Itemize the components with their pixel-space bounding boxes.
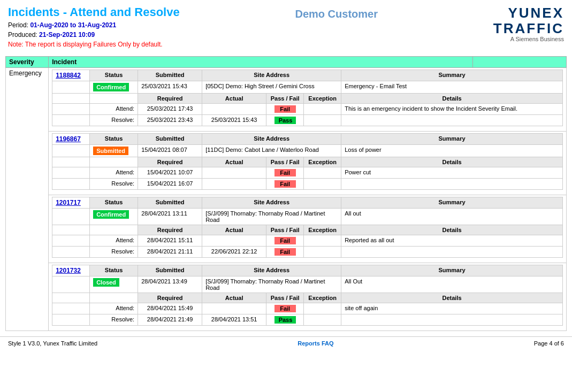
summary-col-header: Summary [341, 197, 563, 209]
spacer-row [52, 126, 563, 130]
produced-value: 21-Sep-2021 10:09 [39, 31, 95, 39]
incident-sub-cell: 1201717StatusSubmittedSite AddressSummar… [49, 195, 567, 263]
resolve-pass-fail: Pass [266, 115, 304, 126]
detail-col-details: Details [341, 157, 563, 167]
status-badge: Closed [93, 278, 119, 287]
details-col-header-row: RequiredActualPass / FailExceptionDetail… [52, 293, 563, 303]
status-cell: Closed [90, 276, 138, 293]
detail-col-actual: Actual [202, 157, 266, 167]
attend-label: Attend: [90, 235, 138, 247]
attend-pass-fail: Fail [266, 235, 304, 247]
resolve-details [341, 247, 563, 258]
spacer-row [52, 258, 563, 262]
detail-col-actual: Actual [202, 94, 266, 104]
submitted-col-header: Submitted [138, 134, 202, 145]
resolve-actual: 28/04/2021 13:51 [202, 314, 266, 326]
incident-id-cell: 1196867 [52, 134, 90, 145]
incident-id-cell: 1201732 [52, 265, 90, 276]
incident-sub-cell: 1201732StatusSubmittedSite AddressSummar… [49, 263, 567, 331]
incident-sub-table: 1196867StatusSubmittedSite AddressSummar… [52, 133, 563, 193]
empty-cell [52, 145, 90, 157]
resolve-required: 28/04/2021 21:49 [138, 314, 202, 326]
resolve-exception [304, 115, 341, 126]
attend-details: site off again [341, 303, 563, 314]
resolve-actual [202, 179, 266, 190]
sub-header: 1188842StatusSubmittedSite AddressSummar… [52, 70, 563, 81]
details-col-header-row: RequiredActualPass / FailExceptionDetail… [52, 94, 563, 104]
detail-col-exception: Exception [304, 94, 341, 104]
attend-required: 15/04/2021 10:07 [138, 167, 202, 179]
resolve-exception [304, 314, 341, 326]
summary-value: Emergency - Email Test [341, 81, 563, 94]
attend-pass-fail: Fail [266, 167, 304, 179]
site-address-value: [S/J/099] Thornaby: Thornaby Road / Mart… [202, 276, 341, 293]
sub-header: 1201717StatusSubmittedSite AddressSummar… [52, 197, 563, 209]
detail-col-exception: Exception [304, 225, 341, 235]
attend-details: This is an emergency incident to show th… [341, 104, 563, 115]
summary-value: Loss of power [341, 145, 563, 157]
site-address-value: [05DC] Demo: High Street / Gemini Cross [202, 81, 341, 94]
sub-header: 1196867StatusSubmittedSite AddressSummar… [52, 134, 563, 145]
detail-col-exception: Exception [304, 157, 341, 167]
attend-label: Attend: [90, 303, 138, 314]
pass-fail-badge: Fail [274, 237, 296, 244]
resolve-actual: 25/03/2021 15:43 [202, 115, 266, 126]
summary-col-header: Summary [341, 265, 563, 276]
attend-pass-fail: Fail [266, 303, 304, 314]
detail-col-details: Details [341, 225, 563, 235]
table-header-row: Severity Incident [6, 57, 567, 68]
period-info: Period: 01-Aug-2020 to 31-Aug-2021 [8, 21, 180, 29]
severity-label: Emergency [6, 68, 49, 331]
resolve-exception [304, 179, 341, 190]
summary-col-header: Summary [341, 70, 563, 81]
attend-actual [202, 303, 266, 314]
status-badge: Submitted [93, 147, 128, 155]
attend-required: 25/03/2021 17:43 [138, 104, 202, 115]
footer-center[interactable]: Reports FAQ [298, 340, 333, 347]
incident-id-link[interactable]: 1201732 [56, 267, 81, 274]
pass-fail-badge: Fail [274, 248, 296, 256]
resolve-label: Resolve: [90, 247, 138, 258]
details-col-header-row: RequiredActualPass / FailExceptionDetail… [52, 157, 563, 167]
resolve-label: Resolve: [90, 179, 138, 190]
detail-col-pass---fail: Pass / Fail [266, 157, 304, 167]
resolve-label: Resolve: [90, 314, 138, 326]
submitted-col-header: Submitted [138, 197, 202, 209]
incident-data-row: Submitted15/04/2021 08:07[11DC] Demo: Ca… [52, 145, 563, 157]
incident-id-link[interactable]: 1188842 [56, 72, 81, 79]
resolve-pass-fail: Fail [266, 247, 304, 258]
detail-col-required: Required [138, 94, 202, 104]
detail-col-required: Required [138, 157, 202, 167]
status-cell: Submitted [90, 145, 138, 157]
resolve-pass-fail: Pass [266, 314, 304, 326]
incident-id-link[interactable]: 1201717 [56, 199, 81, 206]
main-table: Severity Incident Emergency1188842Status… [5, 56, 567, 331]
empty-cell [52, 209, 90, 225]
detail-col-pass---fail: Pass / Fail [266, 94, 304, 104]
attend-required: 28/04/2021 15:11 [138, 235, 202, 247]
resolve-row: Resolve:25/03/2021 23:4325/03/2021 15:43… [52, 115, 563, 126]
pass-fail-badge: Fail [274, 105, 296, 113]
resolve-row: Resolve:15/04/2021 16:07Fail [52, 179, 563, 190]
incident-id-link[interactable]: 1196867 [56, 135, 81, 143]
resolve-pass-fail: Fail [266, 179, 304, 190]
resolve-required: 15/04/2021 16:07 [138, 179, 202, 190]
attend-actual [202, 104, 266, 115]
submitted-col-header: Submitted [138, 70, 202, 81]
site-address-value: [S/J/099] Thornaby: Thornaby Road / Mart… [202, 209, 341, 225]
attend-actual [202, 167, 266, 179]
status-col-header: Status [90, 134, 138, 145]
incident-id-cell: 1188842 [52, 70, 90, 81]
submitted-value: 28/04/2021 13:49 [138, 276, 202, 293]
pass-fail-badge: Fail [274, 305, 296, 312]
detail-col-actual: Actual [202, 225, 266, 235]
resolve-row: Resolve:28/04/2021 21:4928/04/2021 13:51… [52, 314, 563, 326]
sub-header: 1201732StatusSubmittedSite AddressSummar… [52, 265, 563, 276]
site-address-value: [11DC] Demo: Cabot Lane / Waterloo Road [202, 145, 341, 157]
incident-sub-cell: 1196867StatusSubmittedSite AddressSummar… [49, 132, 567, 195]
empty-cell [52, 276, 90, 293]
incident-data-row: Confirmed25/03/2021 15:43[05DC] Demo: Hi… [52, 81, 563, 94]
summary-value: All out [341, 209, 563, 225]
detail-col-exception: Exception [304, 293, 341, 303]
submitted-value: 28/04/2021 13:11 [138, 209, 202, 225]
